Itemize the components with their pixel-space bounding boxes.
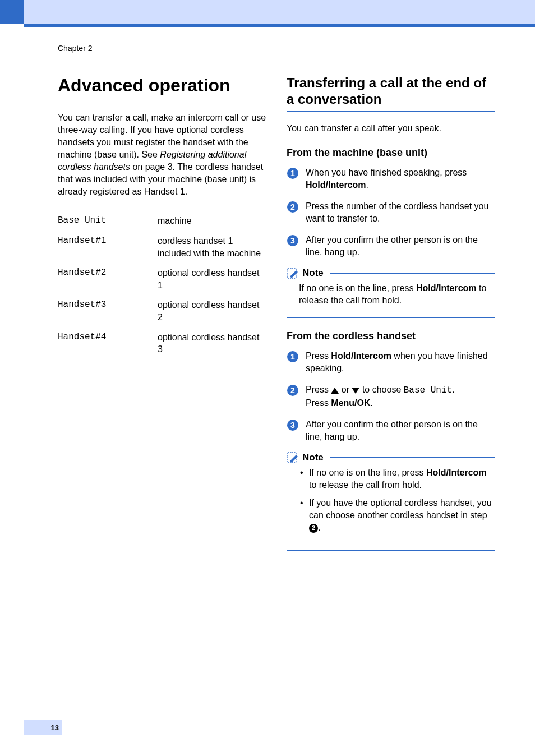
intro-paragraph: You can transfer a call, make an interco…: [58, 112, 266, 199]
list-item: If you have the optional cordless handse…: [299, 497, 495, 534]
table-row: Base Unit machine: [58, 215, 266, 227]
step-text: When you have finished speaking, press: [306, 168, 467, 177]
table-val: optional cordless handset 2: [158, 299, 266, 323]
main-heading: Advanced operation: [58, 75, 266, 96]
side-band: [0, 0, 24, 756]
step: 2 Press the number of the cordless hands…: [287, 200, 495, 225]
table-row: Handset#2 optional cordless handset 1: [58, 267, 266, 291]
step: 1 Press Hold/Intercom when you have fini…: [287, 350, 495, 375]
content: Chapter 2 Advanced operation You can tra…: [58, 44, 495, 561]
note-rule: [330, 457, 495, 458]
note-text: If you have the optional cordless handse…: [309, 498, 492, 520]
table-key: Handset#2: [58, 267, 158, 291]
note-body: If no one is on the line, press Hold/Int…: [287, 467, 495, 545]
note-bold: Hold/Intercom: [426, 468, 487, 477]
note-head: Note: [287, 452, 495, 463]
handset-table: Base Unit machine Handset#1 cordless han…: [58, 215, 266, 355]
page-number-area: 13: [24, 720, 62, 735]
list-item: If no one is on the line, press Hold/Int…: [299, 467, 495, 491]
step-number-2-icon: 2: [287, 384, 299, 397]
step-text: Press: [306, 351, 331, 361]
note-text: If no one is on the line, press: [299, 283, 416, 293]
table-row: Handset#3 optional cordless handset 2: [58, 299, 266, 323]
table-row: Handset#1 cordless handset 1 included wi…: [58, 235, 266, 259]
section-heading: Transferring a call at the end of a conv…: [287, 75, 495, 108]
step-bold: Hold/Intercom: [306, 180, 366, 190]
page: 13 Chapter 2 Advanced operation You can …: [0, 0, 535, 756]
step: 2 Press or to choose Base Unit. Press Me…: [287, 384, 495, 409]
note-icon: [287, 268, 299, 279]
step-number-1-icon: 1: [287, 167, 299, 179]
svg-text:2: 2: [290, 202, 295, 211]
table-val: cordless handset 1 included with the mac…: [158, 235, 266, 259]
step-text: .: [366, 180, 368, 190]
table-key: Handset#1: [58, 235, 158, 259]
note-icon: [287, 452, 299, 463]
step-body: Press the number of the cordless handset…: [306, 200, 495, 225]
step-bold: Menu/OK: [331, 398, 370, 408]
step-text: .: [371, 398, 373, 408]
note-end-rule: [287, 317, 495, 318]
up-arrow-icon: [331, 388, 339, 394]
step-text: After you confirm the other person is on…: [306, 420, 478, 441]
side-band-accent: [0, 0, 24, 24]
note-label: Note: [302, 452, 324, 463]
note-rule: [330, 273, 495, 274]
svg-text:1: 1: [290, 352, 295, 361]
table-val: machine: [158, 215, 266, 227]
table-key: Handset#3: [58, 299, 158, 323]
step-bold: Hold/Intercom: [331, 351, 391, 361]
svg-text:1: 1: [290, 169, 295, 178]
note-list: If no one is on the line, press Hold/Int…: [299, 467, 495, 534]
step: 3 After you confirm the other person is …: [287, 418, 495, 443]
top-rule: [24, 24, 535, 27]
note-end-rule: [287, 550, 495, 551]
step-body: After you confirm the other person is on…: [306, 234, 495, 259]
table-row: Handset#4 optional cordless handset 3: [58, 331, 266, 356]
sub-heading-b: From the cordless handset: [287, 330, 495, 342]
step-text: After you confirm the other person is on…: [306, 235, 478, 257]
table-key: Base Unit: [58, 215, 158, 227]
note-body: If no one is on the line, press Hold/Int…: [287, 282, 495, 312]
sub-heading-a: From the machine (base unit): [287, 147, 495, 159]
note-text: to release the call from hold.: [309, 480, 422, 490]
table-key: Handset#4: [58, 331, 158, 356]
step-text: or: [339, 385, 352, 394]
step-text: to choose: [359, 385, 403, 394]
note-bold: Hold/Intercom: [416, 283, 477, 293]
page-number: 13: [51, 723, 59, 732]
step-body: Press or to choose Base Unit. Press Menu…: [306, 384, 495, 409]
columns: Advanced operation You can transfer a ca…: [58, 75, 495, 561]
step-number-1-icon: 1: [287, 351, 299, 363]
step-text: Press: [306, 385, 331, 394]
note-block: Note If no one is on the line, press Hol…: [287, 452, 495, 551]
svg-text:2: 2: [290, 386, 295, 395]
chapter-label: Chapter 2: [58, 44, 495, 53]
note-text: .: [318, 523, 320, 532]
step-body: When you have finished speaking, press H…: [306, 167, 495, 191]
note-text: If no one is on the line, press: [309, 468, 426, 477]
step-mono: Base Unit: [404, 385, 452, 395]
note-head: Note: [287, 268, 495, 279]
step-text: .: [452, 385, 454, 394]
step-body: Press Hold/Intercom when you have finish…: [306, 350, 495, 375]
right-column: Transferring a call at the end of a conv…: [287, 75, 495, 561]
step-ref-2-icon: 2: [309, 524, 318, 533]
note-label: Note: [302, 268, 324, 279]
section-underline: [287, 111, 495, 112]
svg-text:3: 3: [290, 421, 295, 430]
table-val: optional cordless handset 3: [158, 331, 266, 356]
step-text: Press the number of the cordless handset…: [306, 201, 488, 223]
step-text: Press: [306, 398, 331, 408]
note-block: Note If no one is on the line, press Hol…: [287, 268, 495, 318]
header-band: [0, 0, 535, 24]
step-number-3-icon: 3: [287, 419, 299, 431]
section-intro: You can transfer a call after you speak.: [287, 122, 495, 135]
step-body: After you confirm the other person is on…: [306, 418, 495, 443]
step: 1 When you have finished speaking, press…: [287, 167, 495, 191]
step-number-3-icon: 3: [287, 234, 299, 247]
step: 3 After you confirm the other person is …: [287, 234, 495, 259]
svg-text:3: 3: [290, 236, 295, 245]
down-arrow-icon: [352, 388, 359, 394]
step-number-2-icon: 2: [287, 201, 299, 213]
